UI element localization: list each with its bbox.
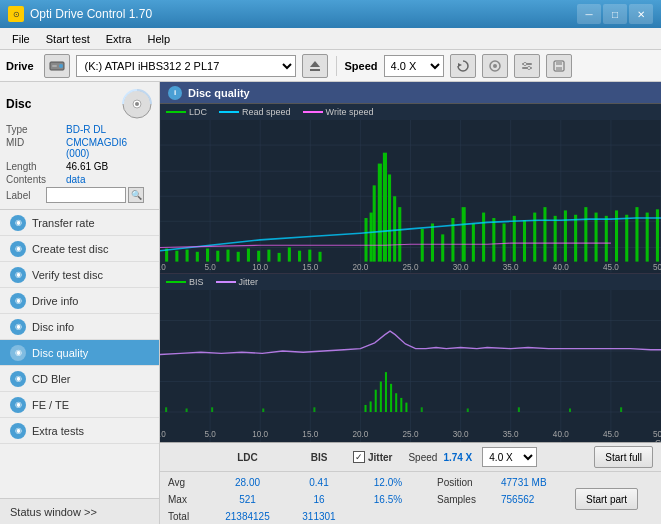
minimize-button[interactable]: ─ [577, 4, 601, 24]
sidebar-item-disc-quality[interactable]: ◉ Disc quality [0, 340, 159, 366]
svg-rect-90 [492, 218, 495, 262]
stats-row-labels: Avg 28.00 0.41 12.0% Position 47731 MB M… [168, 474, 638, 524]
sidebar-item-verify-test-disc[interactable]: ◉ Verify test disc [0, 262, 159, 288]
label-btn[interactable]: 🔍 [128, 187, 144, 203]
panel-icon: i [168, 86, 182, 100]
svg-rect-80 [388, 174, 391, 261]
sidebar-item-label-disc-info: Disc info [32, 321, 74, 333]
svg-text:20.0: 20.0 [352, 428, 368, 439]
charts-area: LDC Read speed Write speed [160, 104, 661, 442]
settings-button1[interactable] [482, 54, 508, 78]
menu-help[interactable]: Help [139, 31, 178, 47]
save-button[interactable] [546, 54, 572, 78]
toolbar: Drive (K:) ATAPI iHBS312 2 PL17 Speed 4.… [0, 50, 661, 82]
svg-rect-156 [421, 407, 423, 412]
bis-legend: BIS [166, 277, 204, 287]
svg-text:25.0: 25.0 [403, 262, 419, 272]
svg-rect-76 [370, 213, 373, 262]
svg-rect-95 [543, 207, 546, 261]
app-icon: ⊙ [8, 6, 24, 22]
sidebar-item-create-test-disc[interactable]: ◉ Create test disc [0, 236, 159, 262]
svg-point-7 [493, 64, 497, 68]
maximize-button[interactable]: □ [603, 4, 627, 24]
svg-rect-99 [584, 207, 587, 261]
svg-point-10 [523, 62, 526, 65]
label-input[interactable] [46, 187, 126, 203]
svg-rect-73 [308, 250, 311, 262]
stats-data-rows: Avg 28.00 0.41 12.0% Position 47731 MB M… [160, 472, 661, 524]
drive-select[interactable]: (K:) ATAPI iHBS312 2 PL17 [76, 55, 296, 77]
write-speed-legend: Write speed [303, 107, 374, 117]
svg-rect-68 [257, 251, 260, 262]
svg-rect-92 [513, 216, 516, 262]
jitter-header: Jitter [368, 452, 392, 463]
eject-button[interactable] [302, 54, 328, 78]
contents-label: Contents [6, 174, 66, 185]
jitter-legend-label: Jitter [239, 277, 259, 287]
speed-value: 1.74 X [443, 452, 472, 463]
toolbar-separator [336, 56, 337, 76]
svg-rect-158 [518, 407, 520, 412]
jitter-checkbox[interactable]: ✓ [353, 451, 365, 463]
svg-rect-93 [523, 220, 526, 261]
drive-icon-button[interactable] [44, 54, 70, 78]
menu-extra[interactable]: Extra [98, 31, 140, 47]
start-part-button[interactable]: Start part [575, 488, 638, 510]
disc-icon [121, 88, 153, 120]
svg-text:0.0: 0.0 [160, 262, 166, 272]
chart1-legend: LDC Read speed Write speed [160, 104, 661, 120]
svg-rect-142 [364, 404, 366, 411]
sidebar-item-cd-bler[interactable]: ◉ CD Bler [0, 366, 159, 392]
sidebar-item-disc-info[interactable]: ◉ Disc info [0, 314, 159, 340]
sidebar-item-extra-tests[interactable]: ◉ Extra tests [0, 418, 159, 444]
drive-label: Drive [6, 60, 34, 72]
svg-text:35.0: 35.0 [503, 262, 519, 272]
sidebar-item-label-drive-info: Drive info [32, 295, 78, 307]
sidebar-item-fe-te[interactable]: ◉ FE / TE [0, 392, 159, 418]
type-label: Type [6, 124, 66, 135]
close-button[interactable]: ✕ [629, 4, 653, 24]
sidebar-item-transfer-rate[interactable]: ◉ Transfer rate [0, 210, 159, 236]
refresh-button[interactable] [450, 54, 476, 78]
svg-marker-5 [458, 63, 462, 67]
status-window-btn[interactable]: Status window >> [0, 498, 159, 524]
position-label: Position [437, 477, 497, 488]
svg-marker-3 [310, 61, 320, 67]
chart2-svg-container: 20 15 10 5 20% 16% 12% 8% 4% 0.0 5.0 [160, 290, 661, 443]
chart1-svg-container: 600 500 400 300 200 100 18X 16X 14X 12X … [160, 120, 661, 273]
svg-text:5.0: 5.0 [204, 428, 215, 439]
svg-rect-70 [278, 253, 281, 262]
svg-text:5.0: 5.0 [204, 262, 216, 272]
svg-rect-96 [554, 216, 557, 262]
svg-rect-67 [247, 249, 250, 262]
svg-rect-87 [462, 207, 466, 261]
avg-bis: 0.41 [289, 477, 349, 488]
settings-button2[interactable] [514, 54, 540, 78]
panel-title: Disc quality [188, 87, 250, 99]
start-full-button[interactable]: Start full [594, 446, 653, 468]
svg-rect-97 [564, 210, 567, 261]
ldc-legend-color [166, 111, 186, 113]
svg-rect-72 [298, 251, 301, 262]
svg-rect-61 [186, 250, 189, 262]
mid-value: CMCMAGDI6 (000) [66, 137, 153, 159]
svg-rect-143 [370, 401, 372, 412]
svg-text:45.0: 45.0 [603, 262, 619, 272]
sidebar-item-label-create-test-disc: Create test disc [32, 243, 108, 255]
speed-select-stats[interactable]: 4.0 X [482, 447, 537, 467]
svg-text:0.0: 0.0 [160, 428, 166, 439]
menu-start-test[interactable]: Start test [38, 31, 98, 47]
menu-file[interactable]: File [4, 31, 38, 47]
total-ldc: 21384125 [210, 511, 285, 522]
content-area: i Disc quality LDC Read speed [160, 82, 661, 524]
sidebar-item-drive-info[interactable]: ◉ Drive info [0, 288, 159, 314]
svg-text:30.0: 30.0 [453, 428, 469, 439]
svg-text:45.0: 45.0 [603, 428, 619, 439]
svg-point-1 [59, 64, 63, 68]
svg-rect-91 [503, 223, 506, 261]
svg-text:15.0: 15.0 [302, 262, 318, 272]
speed-select[interactable]: 4.0 X [384, 55, 444, 77]
create-test-disc-icon: ◉ [10, 241, 26, 257]
menu-bar: File Start test Extra Help [0, 28, 661, 50]
disc-panel: Disc Type BD-R DL MID CMCMAGDI6 (000) Le… [0, 82, 159, 210]
